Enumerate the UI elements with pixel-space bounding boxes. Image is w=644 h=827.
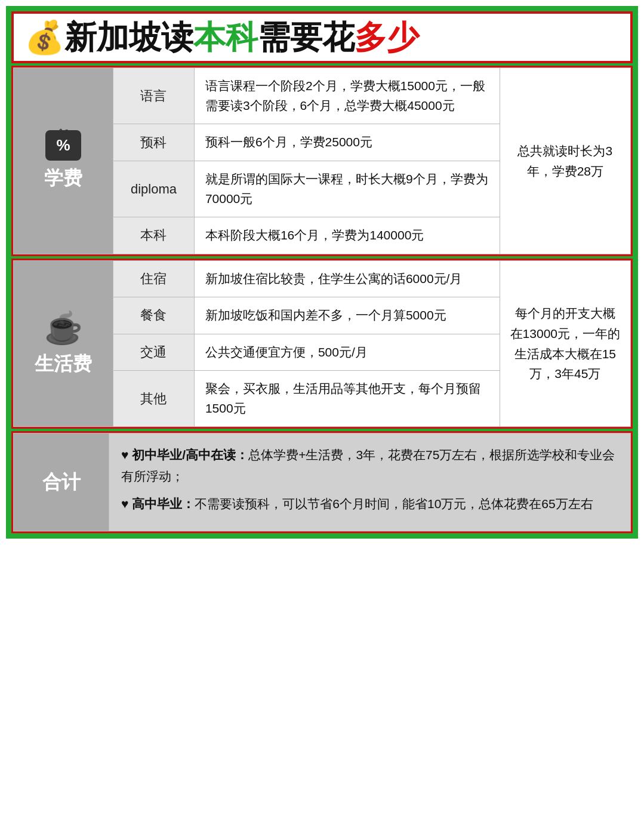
total-content: ♥ 初中毕业/高中在读：总体学费+生活费，3年，花费在75万左右，根据所选学校和… (109, 434, 631, 531)
tuition-sublabel-1: 预科 (113, 124, 195, 161)
living-summary: 每个月的开支大概在13000元，一年的生活成本大概在15万，3年45万 (500, 260, 630, 427)
total-bullet2-text: 不需要读预科，可以节省6个月时间，能省10万元，总体花费在65万左右 (195, 497, 593, 511)
title-part1: 新加坡读 (64, 19, 193, 55)
living-label: 生活费 (17, 351, 110, 377)
total-table: 合计 ♥ 初中毕业/高中在读：总体学费+生活费，3年，花费在75万左右，根据所选… (13, 433, 631, 531)
total-bullet1-label: 初中毕业/高中在读： (132, 448, 248, 462)
main-container: 💰新加坡读本科需要花多少 ✂ % 学费 语言 语言课程一个阶段2个月，学费大概1… (6, 6, 638, 539)
living-desc-0: 新加坡住宿比较贵，住学生公寓的话6000元/月 (194, 260, 500, 297)
living-section: ☕ 生活费 住宿 新加坡住宿比较贵，住学生公寓的话6000元/月 每个月的开支大… (11, 259, 633, 429)
living-row-0: ☕ 生活费 住宿 新加坡住宿比较贵，住学生公寓的话6000元/月 每个月的开支大… (14, 260, 631, 297)
bullet-heart-1: ♥ (121, 448, 132, 462)
total-bullet-1: ♥ 初中毕业/高中在读：总体学费+生活费，3年，花费在75万左右，根据所选学校和… (121, 444, 618, 487)
living-desc-3: 聚会，买衣服，生活用品等其他开支，每个月预留1500元 (194, 371, 500, 427)
tuition-summary: 总共就读时长为3年，学费28万 (500, 68, 630, 254)
title-box: 💰新加坡读本科需要花多少 (11, 11, 633, 63)
tuition-section: ✂ % 学费 语言 语言课程一个阶段2个月，学费大概15000元，一般需要读3个… (11, 66, 633, 256)
title-icon: 💰 (24, 19, 64, 55)
living-desc-2: 公共交通便宜方便，500元/月 (194, 334, 500, 371)
total-row: 合计 ♥ 初中毕业/高中在读：总体学费+生活费，3年，花费在75万左右，根据所选… (14, 434, 631, 531)
tuition-icon-cell: ✂ % 学费 (14, 68, 113, 254)
tuition-row-0: ✂ % 学费 语言 语言课程一个阶段2个月，学费大概15000元，一般需要读3个… (14, 68, 631, 124)
tuition-desc-3: 本科阶段大概16个月，学费为140000元 (194, 217, 500, 254)
tuition-desc-1: 预科一般6个月，学费25000元 (194, 124, 500, 161)
living-table: ☕ 生活费 住宿 新加坡住宿比较贵，住学生公寓的话6000元/月 每个月的开支大… (13, 260, 631, 428)
total-section: 合计 ♥ 初中毕业/高中在读：总体学费+生活费，3年，花费在75万左右，根据所选… (11, 431, 633, 533)
total-bullet-2: ♥ 高中毕业：不需要读预科，可以节省6个月时间，能省10万元，总体花费在65万左… (121, 493, 618, 515)
total-bullet2-label: 高中毕业： (132, 497, 195, 511)
tuition-sublabel-3: 本科 (113, 217, 195, 254)
title-part2: 本科 (193, 19, 258, 55)
living-sublabel-3: 其他 (113, 371, 195, 427)
title-part4: 多少 (355, 19, 419, 55)
tuition-sublabel-2: diploma (113, 161, 195, 217)
tuition-desc-0: 语言课程一个阶段2个月，学费大概15000元，一般需要读3个阶段，6个月，总学费… (194, 68, 500, 124)
tuition-label: 学费 (17, 165, 110, 192)
coffee-icon: ☕ (17, 310, 110, 346)
title-part3: 需要花 (258, 19, 355, 55)
living-icon-cell: ☕ 生活费 (14, 260, 113, 427)
bullet-heart-2: ♥ (121, 497, 132, 511)
living-sublabel-2: 交通 (113, 334, 195, 371)
total-icon-cell: 合计 (14, 434, 109, 531)
tuition-sublabel-0: 语言 (113, 68, 195, 124)
living-sublabel-1: 餐食 (113, 297, 195, 334)
percent-symbol: % (56, 136, 70, 154)
living-desc-1: 新加坡吃饭和国内差不多，一个月算5000元 (194, 297, 500, 334)
living-sublabel-0: 住宿 (113, 260, 195, 297)
percent-icon: ✂ % (45, 130, 81, 161)
total-label: 合计 (17, 469, 106, 496)
tuition-table: ✂ % 学费 语言 语言课程一个阶段2个月，学费大概15000元，一般需要读3个… (13, 67, 631, 254)
tuition-desc-2: 就是所谓的国际大一课程，时长大概9个月，学费为70000元 (194, 161, 500, 217)
title: 💰新加坡读本科需要花多少 (24, 20, 620, 55)
